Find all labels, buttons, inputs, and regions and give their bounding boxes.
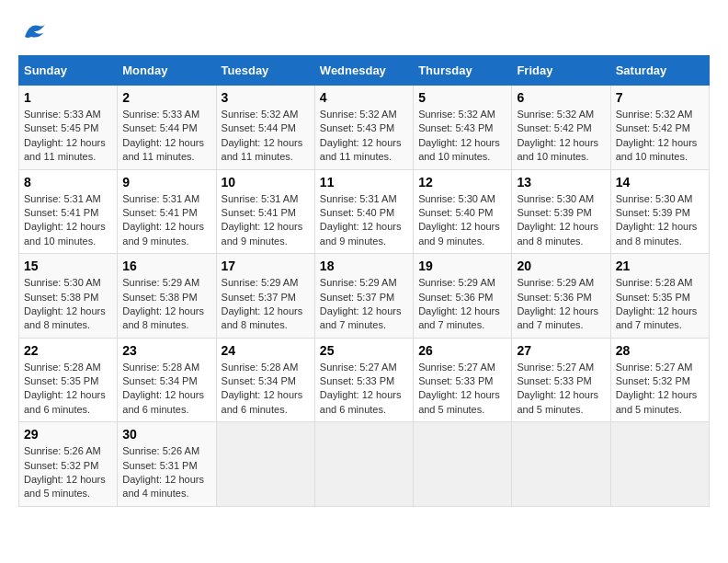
calendar-day-cell: 19Sunrise: 5:29 AMSunset: 5:36 PMDayligh… [414, 254, 512, 339]
weekday-header: Monday [118, 56, 216, 86]
day-info: Sunrise: 5:29 AMSunset: 5:37 PMDaylight:… [320, 276, 408, 333]
day-info: Sunrise: 5:30 AMSunset: 5:38 PMDaylight:… [24, 276, 112, 333]
day-info: Sunrise: 5:32 AMSunset: 5:44 PMDaylight:… [222, 108, 310, 165]
calendar-week-row: 29Sunrise: 5:26 AMSunset: 5:32 PMDayligh… [19, 422, 710, 507]
day-number: 27 [517, 343, 605, 358]
day-number: 13 [517, 175, 605, 190]
day-info: Sunrise: 5:32 AMSunset: 5:43 PMDaylight:… [418, 108, 506, 165]
day-info: Sunrise: 5:29 AMSunset: 5:37 PMDaylight:… [222, 276, 310, 333]
day-number: 18 [320, 259, 408, 273]
day-number: 1 [24, 90, 112, 105]
calendar-day-cell: 12Sunrise: 5:30 AMSunset: 5:40 PMDayligh… [414, 169, 512, 254]
day-info: Sunrise: 5:29 AMSunset: 5:36 PMDaylight:… [517, 276, 605, 333]
weekday-header: Thursday [414, 56, 512, 86]
day-info: Sunrise: 5:27 AMSunset: 5:33 PMDaylight:… [320, 361, 408, 418]
calendar-day-cell: 25Sunrise: 5:27 AMSunset: 5:33 PMDayligh… [314, 338, 413, 422]
day-number: 20 [517, 259, 605, 273]
day-number: 23 [122, 343, 210, 358]
calendar-day-cell: 9Sunrise: 5:31 AMSunset: 5:41 PMDaylight… [118, 169, 216, 254]
day-number: 25 [320, 343, 408, 358]
day-number: 7 [616, 90, 704, 105]
day-info: Sunrise: 5:28 AMSunset: 5:34 PMDaylight:… [222, 361, 310, 418]
calendar-day-cell [314, 422, 413, 507]
calendar-day-cell [610, 422, 709, 507]
calendar-day-cell: 7Sunrise: 5:32 AMSunset: 5:42 PMDaylight… [610, 86, 709, 170]
day-info: Sunrise: 5:26 AMSunset: 5:32 PMDaylight:… [24, 444, 112, 501]
day-number: 6 [517, 90, 605, 105]
day-number: 3 [222, 90, 310, 105]
calendar-day-cell: 27Sunrise: 5:27 AMSunset: 5:33 PMDayligh… [512, 338, 610, 422]
calendar-day-cell: 6Sunrise: 5:32 AMSunset: 5:42 PMDaylight… [512, 86, 610, 170]
calendar-day-cell: 15Sunrise: 5:30 AMSunset: 5:38 PMDayligh… [19, 254, 118, 339]
calendar-day-cell: 8Sunrise: 5:31 AMSunset: 5:41 PMDaylight… [19, 169, 118, 254]
day-number: 29 [24, 427, 112, 442]
day-info: Sunrise: 5:27 AMSunset: 5:33 PMDaylight:… [418, 361, 506, 418]
calendar-day-cell: 17Sunrise: 5:29 AMSunset: 5:37 PMDayligh… [216, 254, 314, 339]
weekday-header: Tuesday [216, 56, 314, 86]
day-info: Sunrise: 5:28 AMSunset: 5:34 PMDaylight:… [122, 361, 210, 418]
day-info: Sunrise: 5:31 AMSunset: 5:41 PMDaylight:… [24, 192, 112, 249]
day-info: Sunrise: 5:31 AMSunset: 5:41 PMDaylight:… [122, 192, 210, 249]
calendar-week-row: 1Sunrise: 5:33 AMSunset: 5:45 PMDaylight… [19, 86, 710, 170]
day-number: 28 [616, 343, 704, 358]
day-info: Sunrise: 5:29 AMSunset: 5:38 PMDaylight:… [122, 276, 210, 333]
calendar-day-cell: 3Sunrise: 5:32 AMSunset: 5:44 PMDaylight… [216, 86, 314, 170]
calendar-day-cell: 16Sunrise: 5:29 AMSunset: 5:38 PMDayligh… [118, 254, 216, 339]
logo-bird-icon [20, 18, 48, 46]
calendar-week-row: 8Sunrise: 5:31 AMSunset: 5:41 PMDaylight… [19, 169, 710, 254]
day-number: 2 [122, 90, 210, 105]
day-info: Sunrise: 5:33 AMSunset: 5:44 PMDaylight:… [122, 108, 210, 165]
calendar-day-cell: 26Sunrise: 5:27 AMSunset: 5:33 PMDayligh… [414, 338, 512, 422]
calendar-body: 1Sunrise: 5:33 AMSunset: 5:45 PMDaylight… [19, 86, 710, 507]
day-info: Sunrise: 5:31 AMSunset: 5:41 PMDaylight:… [222, 192, 310, 249]
day-number: 21 [616, 259, 704, 273]
day-info: Sunrise: 5:30 AMSunset: 5:40 PMDaylight:… [418, 192, 506, 249]
day-info: Sunrise: 5:27 AMSunset: 5:32 PMDaylight:… [616, 361, 704, 418]
day-info: Sunrise: 5:26 AMSunset: 5:31 PMDaylight:… [122, 444, 210, 501]
day-info: Sunrise: 5:32 AMSunset: 5:43 PMDaylight:… [320, 108, 408, 165]
calendar-day-cell: 28Sunrise: 5:27 AMSunset: 5:32 PMDayligh… [610, 338, 709, 422]
calendar-week-row: 22Sunrise: 5:28 AMSunset: 5:35 PMDayligh… [19, 338, 710, 422]
day-info: Sunrise: 5:31 AMSunset: 5:40 PMDaylight:… [320, 192, 408, 249]
calendar-day-cell: 1Sunrise: 5:33 AMSunset: 5:45 PMDaylight… [19, 86, 118, 170]
day-number: 10 [222, 175, 310, 190]
calendar-day-cell: 4Sunrise: 5:32 AMSunset: 5:43 PMDaylight… [314, 86, 413, 170]
day-number: 17 [222, 259, 310, 273]
calendar-day-cell: 10Sunrise: 5:31 AMSunset: 5:41 PMDayligh… [216, 169, 314, 254]
day-number: 19 [418, 259, 506, 273]
day-number: 14 [616, 175, 704, 190]
day-number: 4 [320, 90, 408, 105]
calendar-day-cell: 30Sunrise: 5:26 AMSunset: 5:31 PMDayligh… [118, 422, 216, 507]
calendar-day-cell: 20Sunrise: 5:29 AMSunset: 5:36 PMDayligh… [512, 254, 610, 339]
day-info: Sunrise: 5:28 AMSunset: 5:35 PMDaylight:… [24, 361, 112, 418]
day-number: 12 [418, 175, 506, 190]
day-number: 22 [24, 343, 112, 358]
calendar-day-cell: 2Sunrise: 5:33 AMSunset: 5:44 PMDaylight… [118, 86, 216, 170]
calendar-day-cell [414, 422, 512, 507]
calendar-week-row: 15Sunrise: 5:30 AMSunset: 5:38 PMDayligh… [19, 254, 710, 339]
weekday-header: Sunday [19, 56, 118, 86]
calendar-day-cell: 29Sunrise: 5:26 AMSunset: 5:32 PMDayligh… [19, 422, 118, 507]
day-info: Sunrise: 5:30 AMSunset: 5:39 PMDaylight:… [517, 192, 605, 249]
day-info: Sunrise: 5:30 AMSunset: 5:39 PMDaylight:… [616, 192, 704, 249]
calendar-day-cell: 22Sunrise: 5:28 AMSunset: 5:35 PMDayligh… [19, 338, 118, 422]
calendar-day-cell: 14Sunrise: 5:30 AMSunset: 5:39 PMDayligh… [610, 169, 709, 254]
day-info: Sunrise: 5:32 AMSunset: 5:42 PMDaylight:… [517, 108, 605, 165]
calendar-day-cell: 18Sunrise: 5:29 AMSunset: 5:37 PMDayligh… [314, 254, 413, 339]
day-info: Sunrise: 5:33 AMSunset: 5:45 PMDaylight:… [24, 108, 112, 165]
day-number: 11 [320, 175, 408, 190]
weekday-header: Friday [512, 56, 610, 86]
calendar-day-cell: 23Sunrise: 5:28 AMSunset: 5:34 PMDayligh… [118, 338, 216, 422]
day-number: 15 [24, 259, 112, 273]
day-number: 30 [122, 427, 210, 442]
day-number: 9 [122, 175, 210, 190]
weekday-row: SundayMondayTuesdayWednesdayThursdayFrid… [19, 56, 710, 86]
page-header [18, 18, 710, 46]
calendar-day-cell [216, 422, 314, 507]
calendar-day-cell: 24Sunrise: 5:28 AMSunset: 5:34 PMDayligh… [216, 338, 314, 422]
day-info: Sunrise: 5:27 AMSunset: 5:33 PMDaylight:… [517, 361, 605, 418]
calendar-header: SundayMondayTuesdayWednesdayThursdayFrid… [19, 56, 710, 86]
day-number: 26 [418, 343, 506, 358]
weekday-header: Wednesday [314, 56, 413, 86]
calendar-day-cell: 11Sunrise: 5:31 AMSunset: 5:40 PMDayligh… [314, 169, 413, 254]
